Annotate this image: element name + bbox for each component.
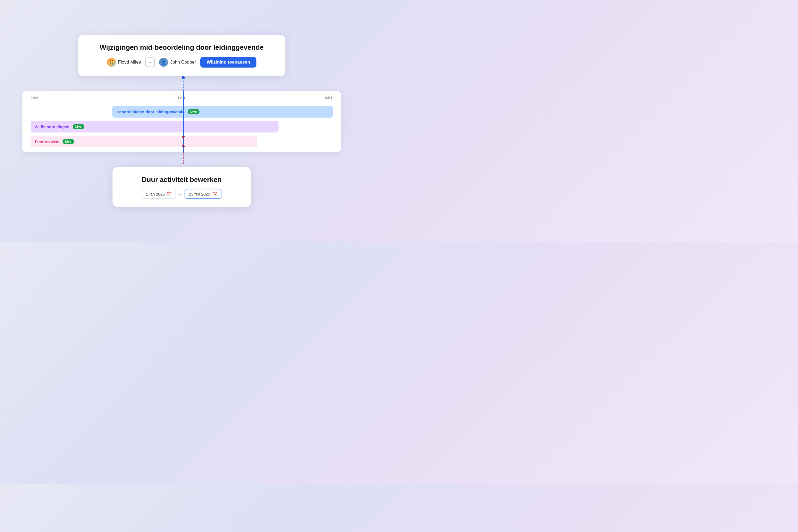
bar-container-peer: Peer reviews Live xyxy=(31,136,333,147)
month-feb: FEB xyxy=(178,96,185,100)
bar-container-zelf: Zelfbeoordelingen Live xyxy=(31,121,333,132)
arrow-icon: → xyxy=(148,60,152,65)
top-card-row: 🧑‍🤝‍🧑 Floyd Miles → 👤 John Cooper Wijzig… xyxy=(107,57,257,68)
timeline-row-beoordelingen: Beoordelingen door leidinggevende Live xyxy=(31,106,333,118)
timeline-header: JAN FEB MRT xyxy=(22,91,341,102)
arrow-down-marker xyxy=(182,136,185,139)
bar-zelf: Zelfbeoordelingen Live xyxy=(31,121,279,132)
from-user-avatar: 🧑‍🤝‍🧑 xyxy=(107,58,116,67)
month-jan: JAN xyxy=(31,96,71,100)
top-card-title: Wijzigingen mid-beoordeling door leiding… xyxy=(100,43,264,52)
arrow-button: → xyxy=(145,57,155,67)
calendar-icon-start: 📅 xyxy=(167,191,172,196)
timeline-card: JAN FEB MRT Beoordelingen door leidingge… xyxy=(22,91,341,152)
badge-live-beoordelingen: Live xyxy=(188,109,200,114)
line-maroon-dashed xyxy=(183,152,184,164)
to-user-avatar: 👤 xyxy=(159,58,168,67)
to-user-chip: 👤 John Cooper xyxy=(159,58,196,67)
from-user-chip: 🧑‍🤝‍🧑 Floyd Miles xyxy=(107,58,141,67)
scene: Wijzigingen mid-beoordeling door leiding… xyxy=(12,12,352,230)
date-separator: – xyxy=(179,191,182,197)
bar-peer: Peer reviews Live xyxy=(31,136,257,147)
start-date-input[interactable]: 2 jan 2025 📅 xyxy=(142,189,176,199)
bottom-card-title: Duur activiteit bewerken xyxy=(142,175,222,184)
to-user-name: John Cooper xyxy=(170,60,196,65)
bottom-card-row: 2 jan 2025 📅 – 23 feb 2025 📅 xyxy=(142,189,221,199)
timeline-row-zelf: Zelfbeoordelingen Live xyxy=(31,121,333,132)
badge-live-zelf: Live xyxy=(73,124,84,129)
top-card: Wijzigingen mid-beoordeling door leiding… xyxy=(78,35,285,76)
badge-live-peer: Live xyxy=(62,139,74,144)
connector-bottom-wrapper xyxy=(12,152,352,167)
timeline-row-peer: Peer reviews Live xyxy=(31,136,333,147)
bar-beoordelingen: Beoordelingen door leidinggevende Live xyxy=(112,106,333,118)
bar-label-beoordelingen: Beoordelingen door leidinggevende xyxy=(116,110,185,114)
line-blue-dashed xyxy=(183,78,184,91)
from-user-name: Floyd Miles xyxy=(118,60,141,65)
bar-label-peer: Peer reviews xyxy=(35,139,59,144)
bar-label-zelf: Zelfbeoordelingen xyxy=(35,125,70,129)
month-mrt: MRT xyxy=(325,96,333,100)
calendar-icon-end: 📅 xyxy=(212,191,217,196)
start-date-value: 2 jan 2025 xyxy=(146,192,165,196)
timeline-rows: Beoordelingen door leidinggevende Live Z… xyxy=(22,102,341,152)
arrow-up-marker xyxy=(182,144,185,147)
bar-container-beoordelingen: Beoordelingen door leidinggevende Live xyxy=(31,106,333,118)
connector-top-wrapper xyxy=(12,76,352,91)
end-date-input[interactable]: 23 feb 2025 📅 xyxy=(185,189,221,199)
end-date-value: 23 feb 2025 xyxy=(189,192,210,196)
apply-change-button[interactable]: Wijziging toepassen xyxy=(200,57,256,68)
bottom-card: Duur activiteit bewerken 2 jan 2025 📅 – … xyxy=(113,167,251,207)
